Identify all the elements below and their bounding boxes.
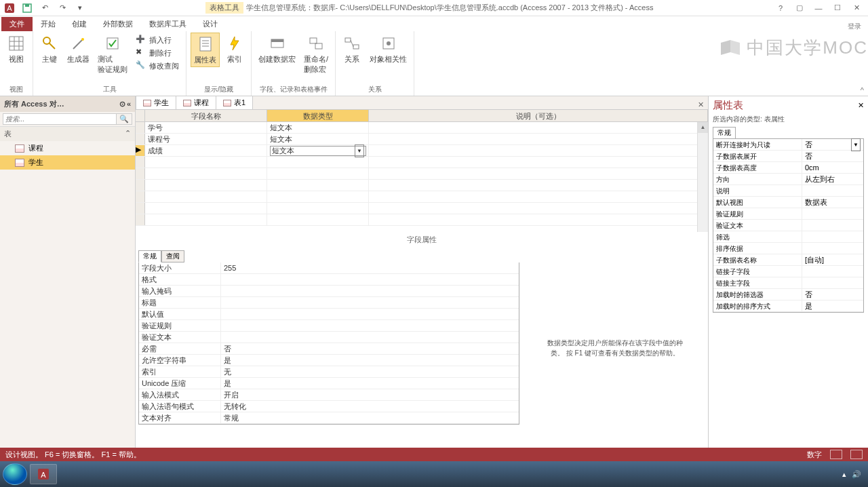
tab-file[interactable]: 文件 xyxy=(1,17,33,31)
design-row-empty[interactable] xyxy=(136,214,708,226)
scroll-up-icon[interactable]: ▲ xyxy=(698,122,708,133)
minimize-icon[interactable]: — xyxy=(810,1,827,15)
ps-value[interactable]: [自动] xyxy=(802,254,863,265)
redo-icon[interactable]: ↷ xyxy=(56,1,69,15)
field-prop-row[interactable]: 验证文本 xyxy=(139,332,519,343)
prop-value[interactable]: 255 xyxy=(220,262,519,273)
field-prop-row[interactable]: 索引无 xyxy=(139,366,519,378)
primary-key-button[interactable]: 主键 xyxy=(37,33,62,66)
prop-value[interactable] xyxy=(220,320,519,331)
field-prop-row[interactable]: 字段大小255 xyxy=(139,262,519,274)
row-selector[interactable] xyxy=(136,122,145,133)
design-view-icon[interactable] xyxy=(850,450,863,459)
ps-value[interactable] xyxy=(802,185,863,196)
propsheet-row[interactable]: 子数据表高度0cm xyxy=(713,162,863,174)
propsheet-row[interactable]: 链接子字段 xyxy=(713,266,863,277)
design-row-empty[interactable] xyxy=(136,203,708,214)
ps-value[interactable]: 从左到右 xyxy=(802,174,863,184)
cell-description[interactable] xyxy=(369,134,708,144)
test-rules-button[interactable]: 测试 验证规则 xyxy=(95,33,130,76)
modify-lookup-button[interactable]: 🔧修改查阅 xyxy=(133,60,182,72)
navpane-collapse-icon[interactable]: « xyxy=(127,100,131,109)
taskbar-access[interactable]: A xyxy=(30,464,57,484)
prop-value[interactable] xyxy=(220,332,519,343)
datatype-dropdown[interactable]: 短文本▼ xyxy=(270,146,366,156)
ps-value[interactable]: 0cm xyxy=(802,162,863,173)
prop-value[interactable]: 常规 xyxy=(220,412,519,423)
cell-type[interactable]: 短文本 xyxy=(267,122,369,133)
field-prop-row[interactable]: 默认值 xyxy=(139,309,519,320)
field-prop-row[interactable]: 输入法模式开启 xyxy=(139,389,519,401)
row-selector[interactable] xyxy=(136,157,145,168)
prop-value[interactable] xyxy=(220,286,519,296)
chevron-down-icon[interactable]: ▼ xyxy=(851,138,861,151)
propsheet-row[interactable]: 验证文本 xyxy=(713,220,863,231)
fp-tab-general[interactable]: 常规 xyxy=(138,250,161,262)
tray-up-icon[interactable]: ▴ xyxy=(842,470,846,479)
tab-external[interactable]: 外部数据 xyxy=(95,17,141,31)
undo-icon[interactable]: ↶ xyxy=(38,1,52,15)
cell-name[interactable]: 成绩 xyxy=(145,145,267,156)
ps-value[interactable]: 否 xyxy=(802,151,863,161)
row-selector[interactable] xyxy=(136,203,145,214)
row-selector[interactable] xyxy=(136,191,145,202)
field-prop-row[interactable]: 允许空字符串是 xyxy=(139,355,519,366)
navpane-group-tables[interactable]: 表⌃ xyxy=(0,127,135,141)
field-prop-row[interactable]: 格式 xyxy=(139,274,519,286)
cell-description[interactable] xyxy=(369,145,708,156)
insert-row-button[interactable]: ➕插入行 xyxy=(133,34,182,46)
propsheet-row[interactable]: 方向从左到右 xyxy=(713,174,863,185)
ribbon-display-icon[interactable]: ▢ xyxy=(791,1,808,15)
prop-value[interactable] xyxy=(220,309,519,319)
prop-value[interactable]: 是 xyxy=(220,355,519,366)
collapse-ribbon-icon[interactable]: ^ xyxy=(861,86,864,94)
design-row[interactable]: 学号 短文本 xyxy=(136,122,708,134)
field-prop-row[interactable]: 输入掩码 xyxy=(139,286,519,297)
ps-value[interactable]: 否▼ xyxy=(802,139,863,150)
property-sheet-button[interactable]: 属性表 xyxy=(191,33,220,67)
navpane-item-student[interactable]: 学生 xyxy=(0,155,135,170)
propsheet-row[interactable]: 验证规则 xyxy=(713,208,863,220)
field-prop-row[interactable]: 输入法语句模式无转化 xyxy=(139,401,519,412)
navpane-dropdown-icon[interactable]: ⊙ xyxy=(119,100,125,109)
view-button[interactable]: 视图 xyxy=(4,33,28,66)
field-prop-row[interactable]: 文本对齐常规 xyxy=(139,412,519,424)
prop-value[interactable]: 否 xyxy=(220,343,519,354)
prop-value[interactable] xyxy=(220,274,519,285)
create-macros-button[interactable]: 创建数据宏 xyxy=(256,33,298,66)
design-row-empty[interactable] xyxy=(136,168,708,180)
propsheet-row[interactable]: 说明 xyxy=(713,185,863,197)
design-row-empty[interactable] xyxy=(136,180,708,191)
cell-name[interactable]: 学号 xyxy=(145,122,267,133)
ps-value[interactable] xyxy=(802,243,863,254)
row-selector[interactable] xyxy=(136,168,145,179)
cell-description[interactable] xyxy=(369,122,708,133)
propsheet-row[interactable]: 断开连接时为只读否▼ xyxy=(713,139,863,151)
row-selector[interactable] xyxy=(136,134,145,144)
navpane-header[interactable]: 所有 Access 对… ⊙« xyxy=(0,96,135,112)
ps-value[interactable]: 否 xyxy=(802,289,863,300)
propsheet-row[interactable]: 排序依据 xyxy=(713,243,863,254)
tab-create[interactable]: 创建 xyxy=(64,17,95,31)
design-row-empty[interactable] xyxy=(136,157,708,168)
ps-value[interactable]: 是 xyxy=(802,300,863,311)
ps-value[interactable] xyxy=(802,220,863,231)
vertical-scrollbar[interactable]: ▲ xyxy=(697,122,708,232)
propsheet-row[interactable]: 默认视图数据表 xyxy=(713,197,863,208)
close-icon[interactable]: ✕ xyxy=(848,1,865,15)
datasheet-view-icon[interactable] xyxy=(830,450,842,459)
field-prop-row[interactable]: 标题 xyxy=(139,297,519,309)
prop-value[interactable]: 无转化 xyxy=(220,401,519,412)
col-field-name[interactable]: 字段名称 xyxy=(145,110,267,121)
prop-value[interactable]: 无 xyxy=(220,366,519,377)
tab-student[interactable]: 学生 xyxy=(136,96,176,109)
navpane-item-course[interactable]: 课程 xyxy=(0,141,135,155)
ps-value[interactable] xyxy=(802,266,863,277)
propsheet-row[interactable]: 子数据表名称[自动] xyxy=(713,254,863,266)
propsheet-row[interactable]: 链接主字段 xyxy=(713,277,863,289)
design-row[interactable]: 课程号 短文本 xyxy=(136,134,708,145)
login-link[interactable]: 登录 xyxy=(848,22,868,31)
search-icon[interactable]: 🔍 xyxy=(117,113,132,125)
tab-course[interactable]: 课程 xyxy=(176,96,216,109)
ps-tab-general[interactable]: 常规 xyxy=(713,127,736,139)
